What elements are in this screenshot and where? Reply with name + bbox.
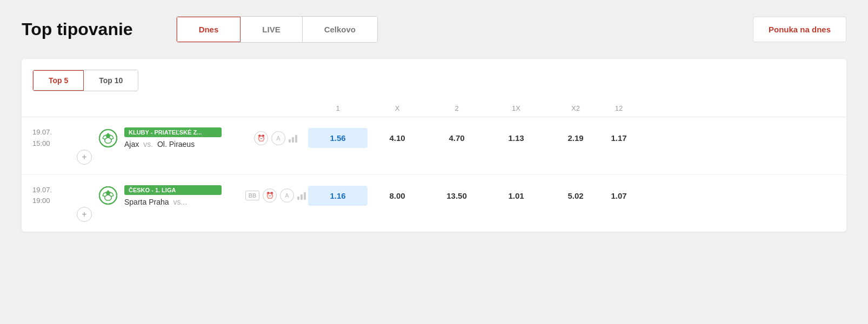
- page-title: Top tipovanie: [22, 19, 133, 39]
- odds-x2[interactable]: 5.02: [546, 186, 605, 206]
- soccer-icon: [98, 129, 118, 148]
- sport-icon-col: [92, 129, 124, 148]
- svg-point-5: [99, 130, 117, 147]
- soccer-icon: [98, 186, 118, 205]
- match-date: 19.07.: [32, 185, 92, 196]
- odds-12[interactable]: 1.07: [605, 186, 632, 206]
- match-teams: Ajax vs. Ol. Piraeus: [124, 140, 243, 148]
- alert-icon[interactable]: A: [271, 131, 285, 145]
- alert-icon[interactable]: A: [280, 188, 294, 202]
- svg-point-11: [99, 187, 117, 204]
- col-header-x2: X2: [546, 104, 605, 112]
- match-info: KLUBY - PRIATEĽSKÉ Z... Ajax vs. Ol. Pir…: [124, 127, 243, 148]
- league-badge[interactable]: KLUBY - PRIATEĽSKÉ Z...: [124, 127, 222, 137]
- stats-icon[interactable]: [289, 134, 297, 143]
- add-button[interactable]: +: [77, 207, 92, 222]
- col-header-1x: 1X: [486, 104, 546, 112]
- stats-icon[interactable]: [297, 191, 306, 200]
- clock-icon[interactable]: ⏰: [263, 188, 277, 202]
- table-row: 19.07. 15:00 KLUBY - PRIATEĽSKÉ Z... Aja…: [22, 117, 846, 175]
- tab-live[interactable]: LIVE: [241, 17, 302, 42]
- sub-tab-top10[interactable]: Top 10: [84, 70, 138, 91]
- match-time: 19:00: [32, 195, 92, 207]
- ponuka-button[interactable]: Ponuka na dnes: [753, 17, 846, 42]
- match-time: 15:00: [32, 138, 92, 150]
- match-datetime: 19.07. 19:00: [32, 185, 92, 207]
- action-icons: BB ⏰ A: [243, 188, 308, 202]
- match-date: 19.07.: [32, 127, 92, 138]
- odds-1x[interactable]: 1.13: [486, 128, 546, 148]
- match-teams: Sparta Praha vs...: [124, 198, 243, 206]
- odds-12[interactable]: 1.17: [605, 128, 632, 148]
- action-icons: ⏰ A: [243, 131, 308, 145]
- main-card: Top 5 Top 10 1 X 2 1X X2 12 19.07. 15:00: [22, 59, 846, 232]
- main-tabs-group: Dnes LIVE Celkovo: [176, 16, 378, 43]
- league-badge[interactable]: ČESKO - 1. LIGA: [124, 185, 222, 195]
- match-info: ČESKO - 1. LIGA Sparta Praha vs...: [124, 185, 243, 206]
- odds-2[interactable]: 4.70: [427, 128, 486, 148]
- sub-tabs-row: Top 5 Top 10: [22, 70, 846, 100]
- match-datetime: 19.07. 15:00: [32, 127, 92, 150]
- odds-2[interactable]: 13.50: [427, 186, 486, 206]
- tab-celkovo[interactable]: Celkovo: [303, 17, 377, 42]
- clock-icon[interactable]: ⏰: [254, 131, 268, 145]
- svg-marker-10: [105, 195, 111, 200]
- odds-1[interactable]: 1.16: [308, 186, 368, 206]
- sport-icon-col: [92, 186, 124, 205]
- col-header-x: X: [368, 104, 427, 112]
- odds-1[interactable]: 1.56: [308, 128, 368, 148]
- column-headers: 1 X 2 1X X2 12: [22, 100, 846, 117]
- svg-marker-4: [105, 138, 111, 143]
- odds-x[interactable]: 4.10: [368, 128, 427, 148]
- odds-x[interactable]: 8.00: [368, 186, 427, 206]
- sub-tabs-group: Top 5 Top 10: [32, 70, 138, 91]
- add-button[interactable]: +: [77, 150, 92, 165]
- bb-icon[interactable]: BB: [245, 191, 259, 200]
- col-header-12: 12: [605, 104, 632, 112]
- col-header-2: 2: [427, 104, 486, 112]
- header-row: Top tipovanie Dnes LIVE Celkovo Ponuka n…: [22, 16, 846, 43]
- tab-dnes[interactable]: Dnes: [176, 16, 242, 43]
- col-header-1: 1: [308, 104, 368, 112]
- sub-tab-top5[interactable]: Top 5: [32, 70, 84, 91]
- odds-x2[interactable]: 2.19: [546, 128, 605, 148]
- table-row: 19.07. 19:00 ČESKO - 1. LIGA Sparta Prah…: [22, 175, 846, 232]
- odds-1x[interactable]: 1.01: [486, 186, 546, 206]
